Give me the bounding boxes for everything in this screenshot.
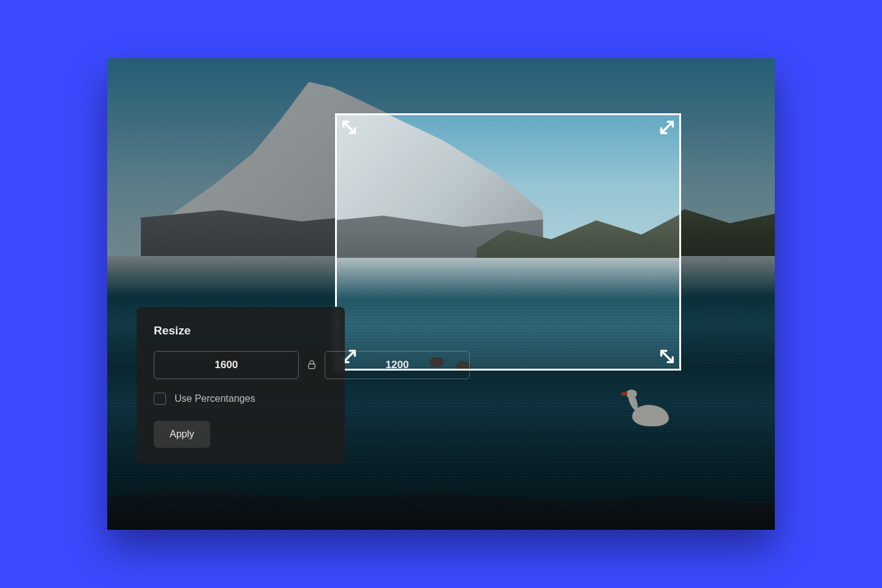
- size-inputs-row: [154, 351, 328, 379]
- lock-icon: [306, 359, 317, 372]
- use-percentages-label[interactable]: Use Percentanges: [175, 393, 255, 404]
- height-input[interactable]: [325, 351, 470, 379]
- resize-handle-bottom-right[interactable]: [658, 348, 676, 365]
- image-editor-canvas: Resize Use Percentanges Apply: [107, 58, 775, 530]
- resize-panel: Resize Use Percentanges Apply: [137, 307, 345, 464]
- resize-handle-top-left[interactable]: [341, 119, 358, 136]
- svg-rect-0: [309, 364, 315, 369]
- panel-title: Resize: [154, 324, 328, 337]
- lock-aspect-button[interactable]: [306, 358, 317, 372]
- resize-handle-top-right[interactable]: [658, 119, 676, 136]
- use-percentages-checkbox[interactable]: [154, 393, 166, 405]
- use-percentages-row: Use Percentanges: [154, 393, 328, 405]
- resize-preview-frame[interactable]: [335, 113, 681, 371]
- apply-button[interactable]: Apply: [154, 421, 210, 448]
- width-input[interactable]: [154, 351, 299, 379]
